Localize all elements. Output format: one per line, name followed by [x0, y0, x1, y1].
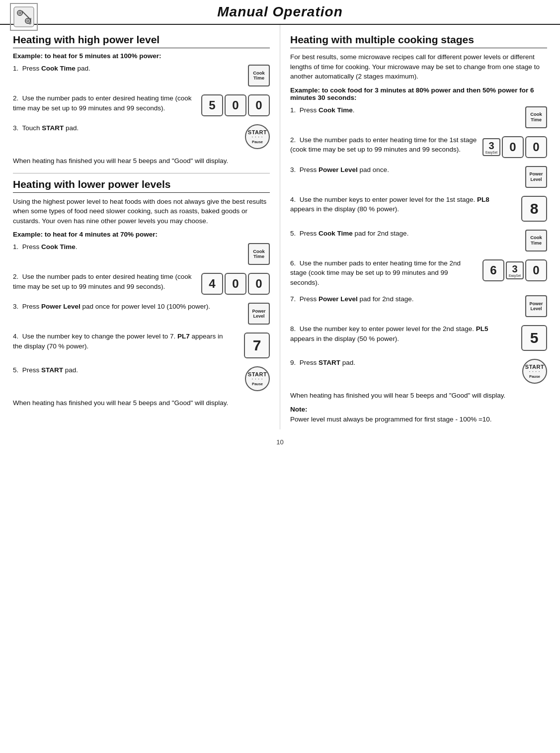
step-r1-6-icon: 6 3 EasySet 0 [482, 258, 547, 281]
step-r1-4: 4. Use the number keys to enter power le… [290, 195, 547, 222]
step-r1-2-icon: 3 EasySet 0 0 [482, 135, 547, 158]
section-lower-power-title: Heating with lower power levels [13, 178, 270, 193]
right-column: Heating with multiple cooking stages For… [280, 25, 551, 429]
logo [10, 3, 38, 31]
step-l1-3-text: 3. Touch START pad. [13, 123, 225, 133]
number-0e[interactable]: 0 [502, 136, 524, 158]
step-l1-2-text: 2. Use the number pads to enter desired … [13, 93, 196, 113]
step-l2-4: 4. Use the number key to change the powe… [13, 332, 270, 358]
section-lower-power-subtitle: Example: to heat for 4 minutes at 70% po… [13, 231, 270, 238]
number-8[interactable]: 8 [521, 196, 547, 222]
step-r1-1-icon: Cook Time [507, 105, 547, 128]
start-button[interactable]: START · · · · Pause [245, 124, 270, 149]
note-section: Note: Power level must always be program… [290, 406, 547, 424]
step-r1-7: 7. Press Power Level pad for 2nd stage. … [290, 294, 547, 317]
number-4[interactable]: 4 [201, 273, 223, 295]
number-5-r8[interactable]: 5 [521, 325, 547, 351]
step-r1-2-text: 2. Use the number pads to enter heating … [290, 135, 478, 155]
page-title: Manual Operation [217, 4, 342, 20]
step-l2-5: 5. Press START pad. START · · · · Pause [13, 365, 270, 391]
number-0b[interactable]: 0 [248, 94, 270, 116]
page-header: Manual Operation [0, 0, 560, 25]
section-multiple-stages-title: Heating with multiple cooking stages [290, 34, 547, 48]
step-r1-6: 6. Use the number pads to enter heating … [290, 258, 547, 288]
number-5[interactable]: 5 [201, 94, 223, 116]
step-r1-9-text: 9. Press START pad. [290, 358, 502, 368]
step-l1-1: 1. Press Cook Time pad. Cook Time [13, 64, 270, 86]
section-lower-power-intro: Using the highest power level to heat fo… [13, 197, 270, 226]
step-r1-3-text: 3. Press Power Level pad once. [290, 165, 502, 175]
step-l2-4-icon: 7 [230, 332, 270, 358]
step-l2-5-text: 5. Press START pad. [13, 365, 225, 375]
start-button-2[interactable]: START · · · · Pause [245, 366, 270, 391]
step-r1-4-text: 4. Use the number keys to enter power le… [290, 195, 502, 214]
cook-time-button-r1[interactable]: Cook Time [525, 106, 547, 128]
section-multiple-stages-subtitle: Example: to cook food for 3 minutes at 8… [290, 86, 547, 101]
number-3-easyset[interactable]: 3 EasySet [482, 138, 500, 156]
step-r1-9-icon: START · · · · Pause [507, 358, 547, 384]
step-l2-1: 1. Press Cook Time. Cook Time [13, 242, 270, 265]
step-l1-3-icon: START · · · · Pause [230, 123, 270, 149]
section-high-power: Heating with high power level Example: t… [13, 34, 270, 166]
power-level-button-r1[interactable]: Power Level [525, 166, 547, 188]
step-r1-8-icon: 5 [507, 324, 547, 351]
cook-time-button-r5[interactable]: Cook Time [525, 230, 547, 251]
main-content: Heating with high power level Example: t… [0, 25, 560, 429]
divider-1 [13, 173, 270, 173]
step-r1-7-icon: Power Level [507, 294, 547, 317]
step-l2-1-icon: Cook Time [230, 242, 270, 265]
number-0a[interactable]: 0 [225, 94, 246, 116]
section-high-power-after: When heating has finished you will hear … [13, 156, 270, 166]
number-0c[interactable]: 0 [225, 273, 246, 295]
step-r1-3-icon: Power Level [507, 165, 547, 188]
step-l2-2-icon: 4 0 0 [201, 272, 270, 295]
step-r1-5: 5. Press Cook Time pad for 2nd stage. Co… [290, 229, 547, 251]
step-l2-3-icon: Power Level [230, 302, 270, 325]
section-lower-power-after: When heating has finished you will hear … [13, 398, 270, 408]
note-text: Power level must always be programmed fo… [290, 415, 547, 424]
step-l2-1-text: 1. Press Cook Time. [13, 242, 225, 252]
page-number: 10 [276, 438, 283, 446]
number-7[interactable]: 7 [244, 333, 270, 358]
step-r1-5-text: 5. Press Cook Time pad for 2nd stage. [290, 229, 502, 239]
step-r1-5-icon: Cook Time [507, 229, 547, 251]
left-column: Heating with high power level Example: t… [9, 25, 280, 429]
step-l2-4-text: 4. Use the number key to change the powe… [13, 332, 225, 351]
section-high-power-subtitle: Example: to heat for 5 minutes at 100% p… [13, 52, 270, 60]
step-l1-3: 3. Touch START pad. START · · · · Pause [13, 123, 270, 149]
step-l2-2-text: 2. Use the number pads to enter desired … [13, 272, 196, 291]
section-high-power-title: Heating with high power level [13, 34, 270, 48]
start-button-r9[interactable]: START · · · · Pause [522, 359, 547, 384]
step-l2-5-icon: START · · · · Pause [230, 365, 270, 391]
number-0g[interactable]: 0 [525, 259, 547, 281]
step-r1-9: 9. Press START pad. START · · · · Pause [290, 358, 547, 384]
step-r1-8: 8. Use the number key to enter power lev… [290, 324, 547, 351]
step-r1-1: 1. Press Cook Time. Cook Time [290, 105, 547, 128]
section-lower-power: Heating with lower power levels Using th… [13, 178, 270, 408]
step-l1-2-icon: 5 0 0 [201, 93, 270, 116]
page-footer: 10 [0, 438, 560, 451]
step-r1-2: 2. Use the number pads to enter heating … [290, 135, 547, 158]
step-r1-7-text: 7. Press Power Level pad for 2nd stage. [290, 294, 502, 304]
step-r1-6-text: 6. Use the number pads to enter heating … [290, 258, 478, 288]
step-l2-3: 3. Press Power Level pad once for power … [13, 302, 270, 325]
section-multiple-stages-after: When heating has finished you will hear … [290, 391, 547, 401]
cook-time-button[interactable]: Cook Time [248, 65, 270, 86]
step-l1-1-icon: Cook Time [230, 64, 270, 86]
step-r1-3: 3. Press Power Level pad once. Power Lev… [290, 165, 547, 188]
number-0d[interactable]: 0 [248, 273, 270, 295]
step-r1-1-text: 1. Press Cook Time. [290, 105, 502, 115]
step-l2-2: 2. Use the number pads to enter desired … [13, 272, 270, 295]
note-label: Note: [290, 406, 547, 413]
number-6[interactable]: 6 [482, 259, 504, 281]
step-r1-8-text: 8. Use the number key to enter power lev… [290, 324, 502, 343]
step-l1-1-text: 1. Press Cook Time pad. [13, 64, 225, 74]
number-0f[interactable]: 0 [525, 136, 547, 158]
step-r1-4-icon: 8 [507, 195, 547, 222]
cook-time-button-2[interactable]: Cook Time [248, 243, 270, 265]
number-3-easyset-2[interactable]: 3 EasySet [506, 261, 524, 279]
power-level-button[interactable]: Power Level [248, 303, 270, 325]
section-multiple-stages-intro: For best results, some microwave recipes… [290, 52, 547, 82]
power-level-button-r7[interactable]: Power Level [525, 295, 547, 317]
step-l2-3-text: 3. Press Power Level pad once for power … [13, 302, 225, 312]
